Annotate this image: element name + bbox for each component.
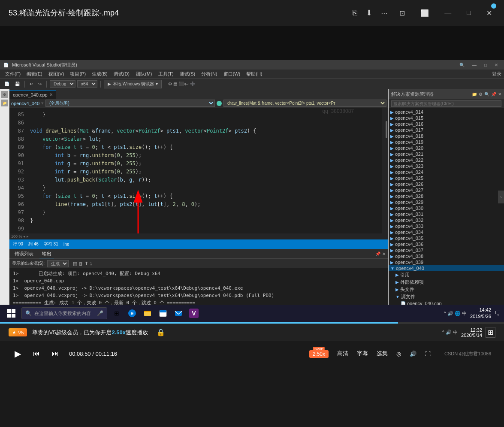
solution-search-input[interactable] bbox=[391, 100, 501, 107]
output-panel-pin[interactable]: 📌 bbox=[375, 251, 380, 256]
taskbar-app-view[interactable]: ⊞ bbox=[110, 306, 124, 320]
volume-button[interactable]: 🔊 bbox=[410, 351, 416, 357]
taskbar-app-calendar[interactable] bbox=[156, 306, 170, 320]
tree-item-opencv4-024[interactable]: ▶opencv4_024 bbox=[389, 169, 504, 175]
close-button[interactable]: ✕ bbox=[483, 7, 495, 19]
tree-item-opencv4-016[interactable]: ▶opencv4_016 bbox=[389, 121, 504, 127]
tree-item-opencv4-039[interactable]: ▶opencv4_039 bbox=[389, 259, 504, 265]
tab-close-icon[interactable]: ✕ bbox=[49, 92, 53, 97]
toolbar-undo-btn[interactable]: ↩ bbox=[28, 81, 35, 87]
menu-window[interactable]: 窗口(W) bbox=[221, 70, 243, 78]
share-icon[interactable]: ⎘ bbox=[353, 9, 357, 18]
menu-analyze[interactable]: 分析(N) bbox=[199, 70, 220, 78]
tree-item-opencv4-019[interactable]: ▶opencv4_019 bbox=[389, 139, 504, 145]
tree-item-opencv4-017[interactable]: ▶opencv4_017 bbox=[389, 127, 504, 133]
play-button[interactable]: ▶ bbox=[13, 347, 23, 360]
speed-badge[interactable]: SWIP 2.50x bbox=[309, 350, 329, 358]
tree-item-opencv4-034[interactable]: ▶opencv4_034 bbox=[389, 229, 504, 235]
panel-close[interactable]: ✕ bbox=[498, 92, 501, 97]
toolbar-file-btn[interactable]: 📄 bbox=[3, 81, 11, 87]
toolbar-run-button[interactable]: ▶ 本地 Windows 调试器 ▾ bbox=[104, 80, 162, 88]
next-button[interactable]: ⏭ bbox=[50, 348, 60, 359]
tree-item-opencv4-018[interactable]: ▶opencv4_018 bbox=[389, 133, 504, 139]
win-search-bar[interactable]: 🔍 在这里输入你要搜索的内容 🎤 bbox=[21, 307, 107, 319]
vs-horizontal-scrollbar[interactable]: 100 % ◂ ▸ bbox=[9, 233, 388, 239]
menu-project[interactable]: 项目(P) bbox=[67, 70, 88, 78]
taskbar-app-mail[interactable] bbox=[172, 306, 185, 320]
tree-item-opencv4-027[interactable]: ▶opencv4_027 bbox=[389, 187, 504, 193]
download-icon[interactable]: ⬇ bbox=[366, 8, 372, 18]
subtitle-button[interactable]: 字幕 bbox=[357, 350, 368, 357]
tree-item-opencv4-038[interactable]: ▶opencv4_038 bbox=[389, 253, 504, 259]
output-panel-close[interactable]: ✕ bbox=[382, 251, 386, 256]
taskbar-app-vs[interactable]: V bbox=[187, 306, 201, 320]
tree-item-opencv4-015[interactable]: ▶opencv4_015 bbox=[389, 115, 504, 121]
tree-item-opencv4-023[interactable]: ▶opencv4_023 bbox=[389, 163, 504, 169]
vs-scroll-right[interactable] bbox=[382, 108, 388, 233]
tree-item-opencv4-033[interactable]: ▶opencv4_033 bbox=[389, 223, 504, 229]
editor-tab-opencv040[interactable]: opencv_040.cpp ✕ bbox=[9, 90, 56, 99]
minimize-button[interactable]: — bbox=[441, 7, 455, 18]
output-tab-errors[interactable]: 错误列表 bbox=[12, 250, 36, 258]
output-source-dropdown[interactable]: 生成 bbox=[47, 260, 69, 267]
taskbar-app-edge[interactable]: e bbox=[125, 306, 139, 320]
video-progress-bar[interactable] bbox=[0, 322, 504, 324]
right-panel-collapse-btn[interactable]: › bbox=[498, 191, 504, 203]
tree-item-opencv4-021[interactable]: ▶opencv4_021 bbox=[389, 151, 504, 157]
tree-item-opencv4-030[interactable]: ▶opencv4_030 bbox=[389, 205, 504, 211]
vs-minimize-btn[interactable]: — bbox=[470, 62, 479, 68]
win-start-button[interactable] bbox=[3, 306, 19, 321]
menu-team[interactable]: 团队(M) bbox=[133, 70, 155, 78]
vs-maximize-btn[interactable]: □ bbox=[482, 62, 489, 68]
menu-edit[interactable]: 编辑(E) bbox=[24, 70, 45, 78]
panel-icon-2[interactable]: ⚙ bbox=[479, 92, 483, 97]
tree-item-opencv4-029[interactable]: ▶opencv4_029 bbox=[389, 199, 504, 205]
scope-dropdown[interactable]: (全局范围) bbox=[45, 100, 215, 107]
panel-pin[interactable]: 📌 bbox=[491, 92, 496, 97]
tree-item-opencv4-025[interactable]: ▶opencv4_025 bbox=[389, 175, 504, 181]
output-tab-output[interactable]: 输出 bbox=[39, 250, 54, 258]
vs-login[interactable]: 登录 bbox=[492, 71, 501, 77]
vs-code-editor[interactable]: 85 86 87 88 89 90 91 92 93 94 95 96 97 9… bbox=[9, 108, 388, 233]
tree-item-opencv4-037[interactable]: ▶opencv4_037 bbox=[389, 247, 504, 253]
fullscreen-button-video[interactable]: ⛶ bbox=[425, 351, 431, 357]
target-button[interactable]: ◎ bbox=[396, 351, 401, 357]
playlist-button[interactable]: 选集 bbox=[377, 350, 388, 357]
function-dropdown[interactable]: draw_lines(Mat & frame, vector<Point2f> … bbox=[223, 100, 386, 107]
speed-control[interactable]: SWIP 2.50x bbox=[309, 350, 329, 357]
toolbar-redo-btn[interactable]: ↪ bbox=[36, 81, 43, 87]
tree-item-opencv4-036[interactable]: ▶opencv4_036 bbox=[389, 241, 504, 247]
bottom-expand-icon[interactable]: ⊞ bbox=[486, 327, 495, 338]
toolbar-save-btn[interactable]: 💾 bbox=[13, 81, 21, 87]
menu-tools[interactable]: 工具(T) bbox=[156, 70, 176, 78]
more-icon[interactable]: ··· bbox=[381, 9, 387, 18]
menu-file[interactable]: 文件(F) bbox=[3, 70, 23, 78]
tree-item-opencv4-020[interactable]: ▶opencv4_020 bbox=[389, 145, 504, 151]
tree-item-opencv4-026[interactable]: ▶opencv4_026 bbox=[389, 181, 504, 187]
tree-subitem-header[interactable]: ▶头文件 bbox=[389, 286, 504, 293]
tree-subitem-cpp[interactable]: 📄opencv_040.cpp bbox=[389, 300, 504, 305]
sidebar-tool-1[interactable]: ⚙ bbox=[1, 91, 8, 98]
menu-build[interactable]: 生成(B) bbox=[89, 70, 110, 78]
toolbar-config-dropdown[interactable]: Debug bbox=[50, 80, 75, 88]
tree-subitem-ref[interactable]: ▶引用 bbox=[389, 271, 504, 279]
fullscreen-button[interactable]: ⬜ bbox=[417, 7, 432, 19]
menu-debug[interactable]: 调试(D) bbox=[111, 70, 132, 78]
tree-subitem-source[interactable]: ▼源文件 bbox=[389, 293, 504, 300]
panel-icon-1[interactable]: 📁 bbox=[472, 92, 477, 97]
taskbar-app-explorer[interactable] bbox=[141, 306, 154, 320]
tree-item-opencv4-035[interactable]: ▶opencv4_035 bbox=[389, 235, 504, 241]
vs-search-icon[interactable]: 🔍 bbox=[457, 62, 467, 68]
sidebar-tool-2[interactable]: 📁 bbox=[1, 100, 8, 106]
vs-close-btn[interactable]: ✕ bbox=[492, 62, 501, 68]
menu-view[interactable]: 视图(V) bbox=[46, 70, 67, 78]
win-notification-icon[interactable]: 🗨 bbox=[495, 310, 501, 317]
toolbar-platform-dropdown[interactable]: x64 bbox=[77, 80, 97, 88]
tree-item-opencv4-032[interactable]: ▶opencv4_032 bbox=[389, 217, 504, 223]
solution-tree[interactable]: ▶opencv4_014 ▶opencv4_015 ▶opencv4_016 ▶… bbox=[389, 108, 504, 305]
pip-button[interactable]: ⊡ bbox=[396, 7, 408, 19]
menu-help[interactable]: 帮助(H) bbox=[244, 70, 265, 78]
tree-item-opencv4-031[interactable]: ▶opencv4_031 bbox=[389, 211, 504, 217]
prev-button[interactable]: ⏮ bbox=[31, 348, 42, 359]
tree-subitem-extern[interactable]: ▶外部依赖项 bbox=[389, 279, 504, 286]
